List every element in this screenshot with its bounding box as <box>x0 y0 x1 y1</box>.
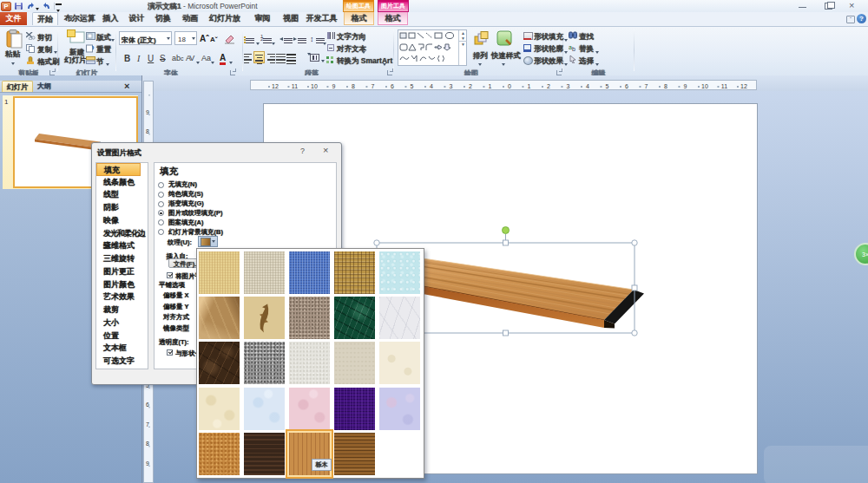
svg-text:b: b <box>572 46 575 51</box>
